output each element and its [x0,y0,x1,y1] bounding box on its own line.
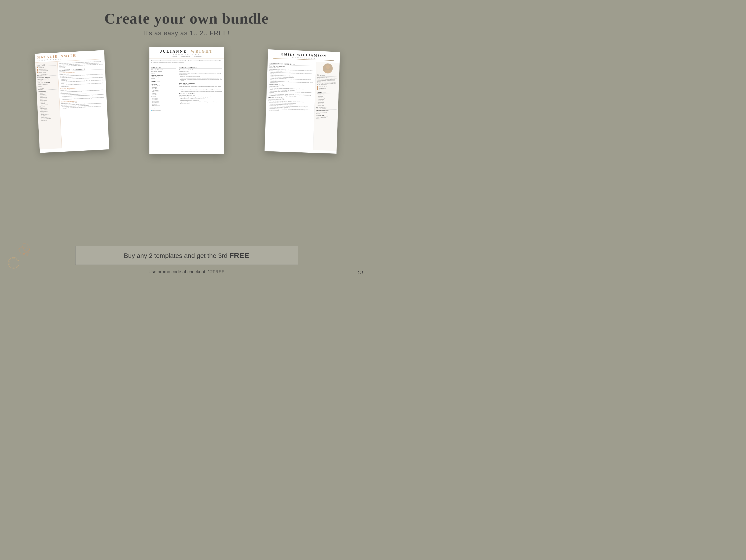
svg-point-2 [8,257,19,268]
footer-promo: Use promo code at checkout: 12FREE [148,269,225,275]
julianne-tech-2: Microsoft Excel [151,99,176,100]
julianne-school2: University of Alabama [151,75,176,76]
julianne-education-section: EDUCATION [151,66,176,68]
emily-expertise-section: EXPERTISE [317,92,337,94]
subtitle: It's as easy as 1.. 2.. FREE! [104,29,268,37]
main-title: Create your own bundle [104,10,268,27]
julianne-tech-4: Adobe Illustrator [151,102,176,103]
julianne-bullet-7: Improved bounce rates by an average of 1… [179,100,222,101]
emily-photo [323,63,333,74]
emily-profile-section: PROFILE [317,74,338,77]
emily-education-section: EDUCATION [316,107,337,110]
julianne-body: EDUCATION University of New York Master'… [149,64,224,153]
natalie-education-section: EDUCATION [37,74,56,77]
banner-text: Buy any 2 templates and get the 3rd FREE [85,251,288,260]
emily-profile-text: Begin your resume with your most powerfu… [317,77,338,86]
julianne-linkedin: in linkedin.com/username [151,108,176,110]
julianne-tech-6: Budgeting Software [151,105,176,106]
email-icon [37,69,38,70]
julianne-job1-company: Company / 2013 – 2015 [179,71,222,72]
resume-emily: EMILY WILLIAMSON ACCOUNT MANAGER PROFESS… [264,49,340,153]
header: Create your own bundle It's as easy as 1… [104,0,268,37]
julianne-job1-title: Enter Your Job Position Here [179,69,222,71]
julianne-school1: University of New York [151,69,176,71]
julianne-tech-5: Google Docs [151,104,176,105]
julianne-technical-label: Technical [151,96,176,97]
julianne-bullet-5: Keep each bullet concise and direct; an … [179,91,222,92]
location-icon [37,72,38,73]
julianne-job-title: PROFESSIONAL TITLE [152,54,221,55]
natalie-intro-text: Begin your resume with your most powerfu… [59,61,104,68]
bottom-banner: Buy any 2 templates and get the 3rd FREE [75,246,298,265]
natalie-main-content: Begin your resume with your most powerfu… [57,59,109,148]
julianne-contact: 173.456.7890 | youremail@mail.com | city… [152,56,221,57]
location-icon [317,86,318,87]
julianne-degree1: Master's Degree, Marketing [151,71,176,72]
julianne-bullet-2: Focus on achievements and results, use q… [179,78,222,79]
julianne-job3-company: Happy Marketing Agency / 2007 - 2010 [179,94,222,96]
julianne-bullet-4: Achievements and results are important, … [179,89,222,91]
emily-main-col: PROFESSIONAL EXPERIENCE Enter Your Job P… [264,60,316,150]
julianne-expertise-section: EXPERTISE [151,81,176,83]
julianne-degree2: Bachelor of Management [151,76,176,78]
phone-icon [37,67,38,68]
julianne-exp-7: Mentorship [151,94,176,95]
julianne-exp-5: Problem Solving [151,91,176,92]
svg-point-0 [326,65,330,69]
phone-icon [317,89,318,90]
emily-phone: 123.456.7890 [317,89,337,91]
julianne-tech-1: Microsoft Word [151,97,176,99]
page-container: Create your own bundle It's as easy as 1… [0,0,373,280]
promo-code-text: Use promo code at checkout: 12FREE [148,269,225,275]
julianne-exp-2: Organization [151,87,176,88]
email-icon [317,87,318,89]
cj-logo: CJ [357,270,363,276]
julianne-exp-6: Leadership [151,92,176,94]
resume-natalie: NATALIE SMITH ACCOUNT MANAGER CONTACT 12… [35,50,110,153]
julianne-left-col: EDUCATION University of New York Master'… [149,64,178,153]
julianne-bullet-1: Begin each bullet with an action or succ… [179,76,222,78]
emily-body: PROFESSIONAL EXPERIENCE Enter Your Job P… [264,60,340,151]
emily-years2: 1999-2003 [316,118,336,120]
svg-marker-4 [19,247,26,254]
julianne-job2-desc: Use this paragraph to give a short descr… [179,86,222,89]
natalie-body: CONTACT 123.456.7890 youremail@mail.com … [35,59,109,149]
julianne-job3-desc: Use this paragraph to give a short descr… [179,96,222,98]
julianne-years1: 2004-2008 [151,73,176,74]
resume-julianne: JULIANNE WRIGHT PROFESSIONAL TITLE 173.4… [149,47,224,153]
julianne-job1-desc: Use this paragraph to give a short descr… [179,73,222,75]
julianne-job3-title: Enter Your Job Position Here [179,93,222,94]
julianne-name: JULIANNE WRIGHT [152,49,221,54]
julianne-bullet-6: Managed and trained a web design team wi… [179,98,222,100]
julianne-job2-title: Enter Your Job Position Here [179,83,222,84]
julianne-exp-1: Attention to Detail [151,85,176,86]
emily-sidebar-col: PROFILE Begin your resume with your most… [313,62,340,151]
julianne-tech-3: Adobe Photoshop [151,101,176,102]
julianne-bullet-8: Spearheaded web integration to social me… [179,101,222,104]
julianne-professional-label: Professional [151,84,176,85]
julianne-bullet-3: Build trust by using bullets to support … [179,79,222,82]
svg-point-3 [9,258,18,267]
julianne-exp-4: Public Speaking [151,90,176,91]
julianne-header: JULIANNE WRIGHT PROFESSIONAL TITLE 173.4… [149,47,224,59]
julianne-years2: 1999-2003 [151,78,176,79]
svg-marker-5 [22,249,30,255]
julianne-right-col: WORK EXPERIENCE Enter Your Job Position … [178,64,224,153]
decorative-gems [5,242,35,273]
julianne-social: in linkedin.com/username 🐦 twitter.com/u… [151,108,176,111]
resumes-area: NATALIE SMITH ACCOUNT MANAGER CONTACT 12… [0,42,373,164]
linkedin-icon [37,70,38,72]
natalie-skills-section: SKILLS [38,87,57,90]
julianne-exp-3: Critical Thinking [151,88,176,89]
julianne-job2-company: Company / 2010 – 2013 [179,84,222,86]
svg-point-1 [324,70,331,74]
julianne-twitter: 🐦 twitter.com/username [151,110,176,111]
julianne-intro: Begin your resume with your most powerfu… [149,59,224,64]
julianne-work-section: WORK EXPERIENCE [179,66,222,68]
